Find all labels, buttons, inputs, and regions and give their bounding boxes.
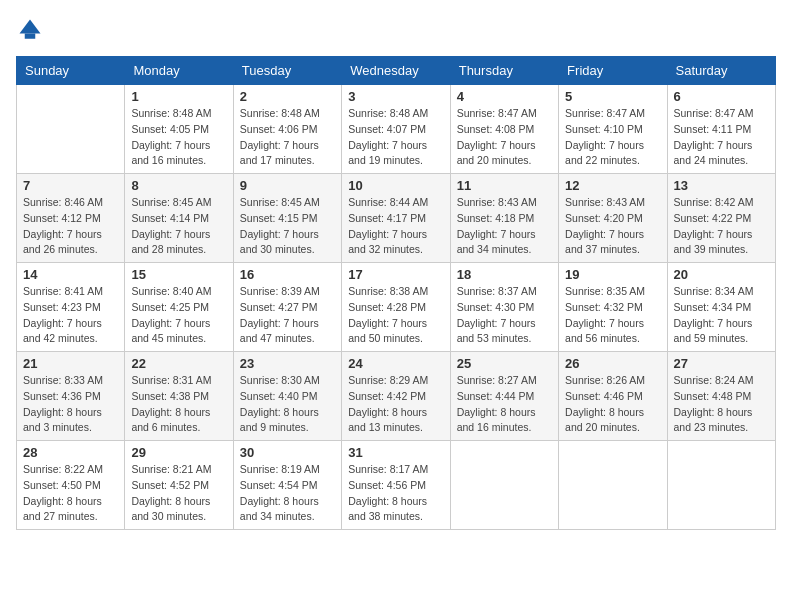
day-info: Sunrise: 8:19 AM Sunset: 4:54 PM Dayligh… [240,462,335,525]
calendar-cell: 10Sunrise: 8:44 AM Sunset: 4:17 PM Dayli… [342,174,450,263]
calendar-cell: 4Sunrise: 8:47 AM Sunset: 4:08 PM Daylig… [450,85,558,174]
day-of-week-header: Tuesday [233,57,341,85]
calendar-body: 1Sunrise: 8:48 AM Sunset: 4:05 PM Daylig… [17,85,776,530]
page-header [16,16,776,44]
day-info: Sunrise: 8:44 AM Sunset: 4:17 PM Dayligh… [348,195,443,258]
day-number: 15 [131,267,226,282]
calendar-cell: 2Sunrise: 8:48 AM Sunset: 4:06 PM Daylig… [233,85,341,174]
day-number: 4 [457,89,552,104]
calendar-cell [450,441,558,530]
day-number: 5 [565,89,660,104]
day-number: 26 [565,356,660,371]
calendar-table: SundayMondayTuesdayWednesdayThursdayFrid… [16,56,776,530]
calendar-cell [667,441,775,530]
day-info: Sunrise: 8:29 AM Sunset: 4:42 PM Dayligh… [348,373,443,436]
day-of-week-header: Friday [559,57,667,85]
calendar-cell: 15Sunrise: 8:40 AM Sunset: 4:25 PM Dayli… [125,263,233,352]
calendar-cell: 14Sunrise: 8:41 AM Sunset: 4:23 PM Dayli… [17,263,125,352]
calendar-cell: 8Sunrise: 8:45 AM Sunset: 4:14 PM Daylig… [125,174,233,263]
day-number: 17 [348,267,443,282]
day-info: Sunrise: 8:21 AM Sunset: 4:52 PM Dayligh… [131,462,226,525]
svg-rect-1 [25,34,36,39]
day-info: Sunrise: 8:26 AM Sunset: 4:46 PM Dayligh… [565,373,660,436]
day-number: 18 [457,267,552,282]
calendar-cell: 5Sunrise: 8:47 AM Sunset: 4:10 PM Daylig… [559,85,667,174]
day-number: 2 [240,89,335,104]
day-info: Sunrise: 8:48 AM Sunset: 4:07 PM Dayligh… [348,106,443,169]
day-number: 11 [457,178,552,193]
day-info: Sunrise: 8:42 AM Sunset: 4:22 PM Dayligh… [674,195,769,258]
calendar-cell: 1Sunrise: 8:48 AM Sunset: 4:05 PM Daylig… [125,85,233,174]
calendar-cell: 3Sunrise: 8:48 AM Sunset: 4:07 PM Daylig… [342,85,450,174]
day-number: 30 [240,445,335,460]
calendar-cell [559,441,667,530]
day-number: 23 [240,356,335,371]
day-info: Sunrise: 8:40 AM Sunset: 4:25 PM Dayligh… [131,284,226,347]
day-number: 6 [674,89,769,104]
calendar-week-row: 1Sunrise: 8:48 AM Sunset: 4:05 PM Daylig… [17,85,776,174]
day-number: 25 [457,356,552,371]
day-info: Sunrise: 8:35 AM Sunset: 4:32 PM Dayligh… [565,284,660,347]
day-info: Sunrise: 8:38 AM Sunset: 4:28 PM Dayligh… [348,284,443,347]
calendar-cell: 31Sunrise: 8:17 AM Sunset: 4:56 PM Dayli… [342,441,450,530]
calendar-cell: 19Sunrise: 8:35 AM Sunset: 4:32 PM Dayli… [559,263,667,352]
calendar-cell: 6Sunrise: 8:47 AM Sunset: 4:11 PM Daylig… [667,85,775,174]
day-of-week-header: Thursday [450,57,558,85]
day-info: Sunrise: 8:37 AM Sunset: 4:30 PM Dayligh… [457,284,552,347]
calendar-cell: 23Sunrise: 8:30 AM Sunset: 4:40 PM Dayli… [233,352,341,441]
day-number: 13 [674,178,769,193]
day-info: Sunrise: 8:46 AM Sunset: 4:12 PM Dayligh… [23,195,118,258]
day-number: 1 [131,89,226,104]
day-info: Sunrise: 8:41 AM Sunset: 4:23 PM Dayligh… [23,284,118,347]
day-info: Sunrise: 8:31 AM Sunset: 4:38 PM Dayligh… [131,373,226,436]
day-info: Sunrise: 8:30 AM Sunset: 4:40 PM Dayligh… [240,373,335,436]
day-info: Sunrise: 8:22 AM Sunset: 4:50 PM Dayligh… [23,462,118,525]
day-info: Sunrise: 8:43 AM Sunset: 4:20 PM Dayligh… [565,195,660,258]
day-info: Sunrise: 8:45 AM Sunset: 4:14 PM Dayligh… [131,195,226,258]
calendar-week-row: 14Sunrise: 8:41 AM Sunset: 4:23 PM Dayli… [17,263,776,352]
day-info: Sunrise: 8:43 AM Sunset: 4:18 PM Dayligh… [457,195,552,258]
day-info: Sunrise: 8:48 AM Sunset: 4:05 PM Dayligh… [131,106,226,169]
day-info: Sunrise: 8:34 AM Sunset: 4:34 PM Dayligh… [674,284,769,347]
day-number: 12 [565,178,660,193]
calendar-cell: 29Sunrise: 8:21 AM Sunset: 4:52 PM Dayli… [125,441,233,530]
logo [16,16,48,44]
days-of-week-row: SundayMondayTuesdayWednesdayThursdayFrid… [17,57,776,85]
day-info: Sunrise: 8:27 AM Sunset: 4:44 PM Dayligh… [457,373,552,436]
calendar-week-row: 28Sunrise: 8:22 AM Sunset: 4:50 PM Dayli… [17,441,776,530]
day-of-week-header: Wednesday [342,57,450,85]
day-info: Sunrise: 8:48 AM Sunset: 4:06 PM Dayligh… [240,106,335,169]
logo-icon [16,16,44,44]
day-of-week-header: Sunday [17,57,125,85]
day-info: Sunrise: 8:33 AM Sunset: 4:36 PM Dayligh… [23,373,118,436]
day-number: 20 [674,267,769,282]
calendar-cell: 11Sunrise: 8:43 AM Sunset: 4:18 PM Dayli… [450,174,558,263]
day-info: Sunrise: 8:24 AM Sunset: 4:48 PM Dayligh… [674,373,769,436]
day-of-week-header: Saturday [667,57,775,85]
day-number: 29 [131,445,226,460]
day-number: 27 [674,356,769,371]
day-number: 14 [23,267,118,282]
day-info: Sunrise: 8:47 AM Sunset: 4:10 PM Dayligh… [565,106,660,169]
day-number: 22 [131,356,226,371]
calendar-cell: 18Sunrise: 8:37 AM Sunset: 4:30 PM Dayli… [450,263,558,352]
calendar-cell: 22Sunrise: 8:31 AM Sunset: 4:38 PM Dayli… [125,352,233,441]
day-info: Sunrise: 8:47 AM Sunset: 4:11 PM Dayligh… [674,106,769,169]
calendar-cell: 9Sunrise: 8:45 AM Sunset: 4:15 PM Daylig… [233,174,341,263]
calendar-week-row: 7Sunrise: 8:46 AM Sunset: 4:12 PM Daylig… [17,174,776,263]
day-info: Sunrise: 8:47 AM Sunset: 4:08 PM Dayligh… [457,106,552,169]
day-number: 21 [23,356,118,371]
calendar-cell: 27Sunrise: 8:24 AM Sunset: 4:48 PM Dayli… [667,352,775,441]
calendar-cell: 30Sunrise: 8:19 AM Sunset: 4:54 PM Dayli… [233,441,341,530]
calendar-cell [17,85,125,174]
calendar-cell: 24Sunrise: 8:29 AM Sunset: 4:42 PM Dayli… [342,352,450,441]
calendar-cell: 21Sunrise: 8:33 AM Sunset: 4:36 PM Dayli… [17,352,125,441]
day-number: 10 [348,178,443,193]
calendar-cell: 28Sunrise: 8:22 AM Sunset: 4:50 PM Dayli… [17,441,125,530]
svg-marker-0 [20,20,41,34]
day-number: 9 [240,178,335,193]
day-info: Sunrise: 8:45 AM Sunset: 4:15 PM Dayligh… [240,195,335,258]
day-number: 8 [131,178,226,193]
day-number: 24 [348,356,443,371]
calendar-cell: 7Sunrise: 8:46 AM Sunset: 4:12 PM Daylig… [17,174,125,263]
